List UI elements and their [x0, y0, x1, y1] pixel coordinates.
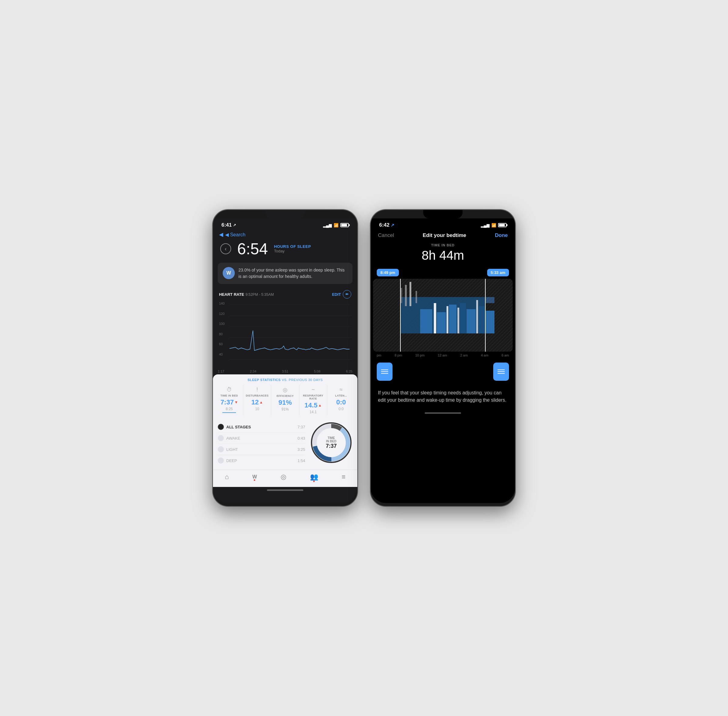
deep-sleep-card: W 23.0% of your time asleep was spent in… [218, 263, 352, 284]
phone2: 6:42 ↗ ▂▄▆ 📶 Cancel Edit your bedtime Do… [370, 209, 516, 507]
phone2-inner: 6:42 ↗ ▂▄▆ 📶 Cancel Edit your bedtime Do… [371, 210, 515, 503]
social-nav-dot [313, 481, 315, 482]
battery-fill-2 [499, 224, 505, 226]
camera-nav-icon: ◎ [281, 473, 286, 481]
donut-container: TIME IN BED 7:37 [310, 422, 352, 464]
nav-home[interactable]: ⌂ [225, 473, 229, 481]
latency-value-row: 0:0 [337, 398, 346, 406]
svg-rect-23 [457, 308, 459, 334]
bedtime-slider[interactable] [377, 363, 393, 381]
page-container: 6:41 ↗ ▂▄▆ 📶 ◀ ◀ Search [212, 209, 516, 507]
cancel-button[interactable]: Cancel [378, 232, 394, 238]
stage-all-name: ALL STAGES [226, 425, 251, 429]
home-nav-icon: ⌂ [225, 473, 229, 481]
stage-awake-name: AWAKE [226, 436, 240, 440]
status-time-1: 6:41 ↗ [221, 222, 236, 228]
disturbances-name: DISTURBANCES [246, 394, 268, 397]
time-bubbles-row: 8:49 pm 5:33 am [371, 269, 515, 276]
chart-container: 140 120 100 80 60 40 [213, 302, 357, 368]
sliders-row [371, 360, 515, 383]
respiratory-icon: ~ [311, 387, 315, 393]
stage-light-dot [218, 446, 224, 452]
stat-col-disturbances[interactable]: ! DISTURBANCES 12 ▲ 10 [243, 385, 271, 415]
phone1-inner: 6:41 ↗ ▂▄▆ 📶 ◀ ◀ Search [213, 210, 357, 503]
back-nav[interactable]: ◀ ◀ Search [219, 231, 351, 238]
battery-icon-2 [498, 223, 507, 227]
nav-menu[interactable]: ≡ [341, 473, 346, 481]
stage-awake-time: 0:43 [297, 436, 305, 440]
home-indicator-1 [267, 489, 303, 491]
donut-subtitle: IN BED [326, 440, 337, 443]
slider-line-1 [381, 370, 388, 370]
slider-lines-right [497, 370, 505, 374]
respiratory-value: 14.5 [305, 401, 318, 409]
withings-nav-dot [254, 479, 255, 481]
svg-rect-18 [420, 309, 432, 334]
wake-time-slider[interactable] [493, 363, 509, 381]
notch1 [265, 210, 305, 218]
status-icons-2: ▂▄▆ 📶 [481, 223, 507, 228]
battery-icon-1 [340, 223, 349, 227]
done-button[interactable]: Done [495, 232, 508, 238]
signal-icon-1: ▂▄▆ [323, 223, 332, 228]
location-icon-1: ↗ [233, 223, 236, 227]
time-in-bed-prev: 8:25 [226, 407, 233, 411]
stage-all-left: ALL STAGES [218, 424, 251, 430]
time-in-bed-value-row: 7:37 ▼ [220, 398, 238, 406]
time-in-bed-name: TIME IN BED [220, 394, 238, 397]
stage-awake-left: AWAKE [218, 435, 240, 441]
svg-rect-15 [405, 285, 407, 306]
stats-vs-label: VS. PREVIOUS 30 DAYS [282, 378, 323, 382]
efficiency-value: 91% [279, 399, 292, 407]
slider-line-2 [381, 371, 388, 372]
stat-col-latency[interactable]: ≈ LATEN... 0:0 0:0 [327, 385, 355, 415]
time-in-bed-underline [222, 412, 236, 413]
withings-nav-icon: W [252, 474, 257, 480]
nav-social[interactable]: 👥 [310, 473, 318, 481]
phone1: 6:41 ↗ ▂▄▆ 📶 ◀ ◀ Search [212, 209, 358, 507]
stat-col-respiratory[interactable]: ~ RESPIRATORY RATE 14.5 ▲ 14.1 [299, 385, 327, 415]
deep-sleep-text: 23.0% of your time asleep was spent in d… [238, 267, 347, 280]
today-label: Today [274, 249, 311, 253]
edit-button[interactable]: EDIT ✏ [332, 290, 351, 299]
sleep-hours-display: 6:54 [237, 241, 268, 257]
nav-withings[interactable]: W [252, 474, 257, 480]
stage-all-time: 7:37 [297, 425, 305, 429]
phone1-content: ◀ ◀ Search ‹ 6:54 HOURS OF SLEEP Today [213, 230, 357, 503]
time-in-bed-display: 8h 44m [371, 248, 515, 263]
respiratory-arrow: ▲ [318, 403, 322, 408]
slider-line-5 [497, 371, 505, 372]
nav-camera[interactable]: ◎ [281, 473, 286, 481]
stage-row-all[interactable]: ALL STAGES 7:37 [218, 422, 305, 432]
hours-of-sleep-label: HOURS OF SLEEP [274, 244, 311, 249]
heart-rate-label: HEART RATE [219, 292, 244, 297]
stage-row-deep[interactable]: DEEP 1:54 [218, 455, 305, 466]
efficiency-value-row: 91% [279, 399, 292, 407]
stat-col-efficiency[interactable]: ◎ EFFICIENCY 91% 91% [271, 385, 299, 415]
home-indicator-2 [425, 412, 461, 414]
respiratory-name: RESPIRATORY RATE [302, 394, 325, 400]
back-circle-btn[interactable]: ‹ [220, 243, 231, 254]
edit-header: Cancel Edit your bedtime Done [371, 230, 515, 243]
start-time-bubble: 8:49 pm [377, 269, 399, 276]
time-in-bed-value: 7:37 [220, 398, 234, 406]
stat-col-time-in-bed[interactable]: ⏱ TIME IN BED 7:37 ▼ 8:25 [215, 385, 243, 415]
chart-y-labels: 140 120 100 80 60 40 [219, 302, 224, 356]
respiratory-value-row: 14.5 ▲ [305, 401, 322, 409]
svg-rect-21 [446, 306, 448, 334]
wifi-icon-1: 📶 [334, 223, 338, 228]
heart-rate-chart [218, 302, 352, 366]
donut-title: TIME [326, 436, 337, 440]
stage-row-awake[interactable]: AWAKE 0:43 [218, 432, 305, 444]
heart-rate-time: 9:52PM - 5:35AM [246, 293, 274, 297]
edit-circle-icon: ✏ [343, 290, 351, 299]
efficiency-prev: 91% [282, 407, 289, 411]
battery-fill-1 [341, 224, 347, 226]
stage-row-light[interactable]: LIGHT 3:25 [218, 444, 305, 455]
heart-rate-section: HEART RATE 9:52PM - 5:35AM EDIT ✏ [213, 287, 357, 299]
svg-rect-26 [476, 300, 478, 334]
time-display-2: 6:42 [379, 222, 390, 228]
disturbances-icon: ! [256, 387, 258, 393]
signal-icon-2: ▂▄▆ [481, 223, 490, 228]
avatar-letter: W [226, 270, 231, 276]
